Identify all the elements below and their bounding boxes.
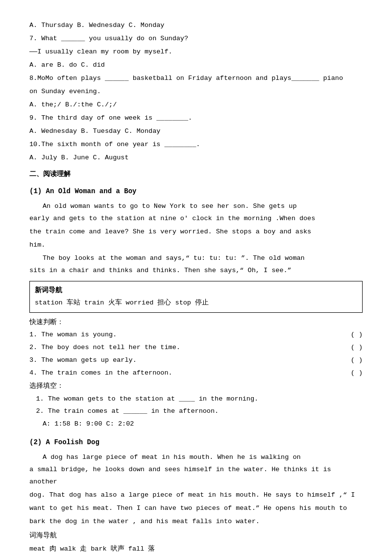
vocab-box-1: 新词导航 station 车站 train 火车 worried 担心 stop… [29, 281, 363, 313]
judge-item-4: 4. The train comes in the afternoon. ( ) [29, 367, 363, 379]
reading1-para1-line1: An old woman wants to go to New York to … [29, 201, 363, 213]
reading1-para1-line2: early and gets to the station at nine o'… [29, 213, 363, 225]
item-7-options: A. are B. do C. did [29, 59, 363, 72]
item-8: 8.MoMo often plays ______ basketball on … [29, 73, 363, 85]
reading2-para-line3: dog. That dog has also a large piece of … [29, 489, 363, 502]
judge-section: 快速判断： 1. The woman is young. ( ) 2. The … [29, 317, 363, 379]
vocab1-title: 新词导航 [35, 284, 357, 297]
item-7: 7. What ______ you usually do on Sunday? [29, 33, 363, 45]
page-content: A. Thursday B. Wednesday C. Monday 7. Wh… [29, 20, 363, 555]
judge-text-3: 3. The woman gets up early. [29, 354, 346, 367]
reading2-para-line4: want to get his meat. Then I can have tw… [29, 503, 363, 515]
item-10: 10.The sixth month of one year is ______… [29, 139, 363, 151]
item-8-options: A. the;/ B./:the C./;/ [29, 99, 363, 111]
reading1-para2-line2: sits in a chair and thinks and thinks. T… [29, 265, 363, 277]
reading1-para2-line1: The boy looks at the woman and says,“ tu… [29, 252, 363, 265]
judge-title: 快速判断： [29, 317, 363, 329]
judge-text-1: 1. The woman is young. [29, 329, 346, 341]
judge-bracket-2: ( ) [351, 342, 363, 354]
fill-text-1: 1. The woman gets to the station at ____… [36, 395, 259, 403]
item-a-options: A. Thursday B. Wednesday C. Monday [29, 20, 363, 32]
item-8-cont: on Sunday evening. [29, 86, 363, 98]
vocab1-row: station 车站 train 火车 worried 担心 stop 停止 [35, 297, 357, 309]
reading2-para-line5: bark the dog in the water , and his meat… [29, 516, 363, 528]
reading2-para-line2: a small bridge, he looks down and sees h… [29, 464, 363, 488]
judge-item-2: 2. The boy does not tell her the time. (… [29, 342, 363, 354]
reading2-vocab-title: 词海导航 [29, 530, 363, 542]
item-9-options: A. Wednesday B. Tuesday C. Monday [29, 126, 363, 138]
fill-item-1: 1. The woman gets to the station at ____… [29, 393, 363, 405]
item-7-answer: ——I usually clean my room by myself. [29, 46, 363, 58]
fill-section: 选择填空： 1. The woman gets to the station a… [29, 380, 363, 430]
judge-bracket-3: ( ) [351, 354, 363, 367]
section2-title: 二、阅读理解 [29, 168, 363, 180]
reading2-title: (2) A Foolish Dog [29, 436, 363, 449]
judge-bracket-4: ( ) [351, 367, 363, 379]
item-10-options: A. July B. June C. August [29, 152, 363, 164]
fill-item-2: 2. The train comes at ______ in the afte… [29, 405, 363, 418]
fill-text-2: 2. The train comes at ______ in the afte… [36, 407, 219, 415]
reading2-para-line1: A dog has large piece of meat in his mou… [29, 452, 363, 464]
reading2-vocab-row1: meat 肉 walk 走 bark 吠声 fall 落 [29, 543, 363, 555]
judge-item-3: 3. The woman gets up early. ( ) [29, 354, 363, 367]
judge-text-2: 2. The boy does not tell her the time. [29, 342, 346, 354]
judge-text-4: 4. The train comes in the afternoon. [29, 367, 346, 379]
fill-options: A: 1:58 B: 9:00 C: 2:02 [29, 418, 363, 430]
fill-options-text: A: 1:58 B: 9:00 C: 2:02 [43, 420, 134, 428]
reading1-para1-line3: the train come and leave? She is very wo… [29, 226, 363, 238]
reading1-title: (1) An Old Woman and a Boy [29, 185, 363, 198]
fill-title: 选择填空： [29, 380, 363, 393]
judge-item-1: 1. The woman is young. ( ) [29, 329, 363, 341]
reading1-para1-line4: him. [29, 239, 363, 252]
judge-bracket-1: ( ) [351, 329, 363, 341]
item-9: 9. The third day of one week is ________… [29, 112, 363, 125]
